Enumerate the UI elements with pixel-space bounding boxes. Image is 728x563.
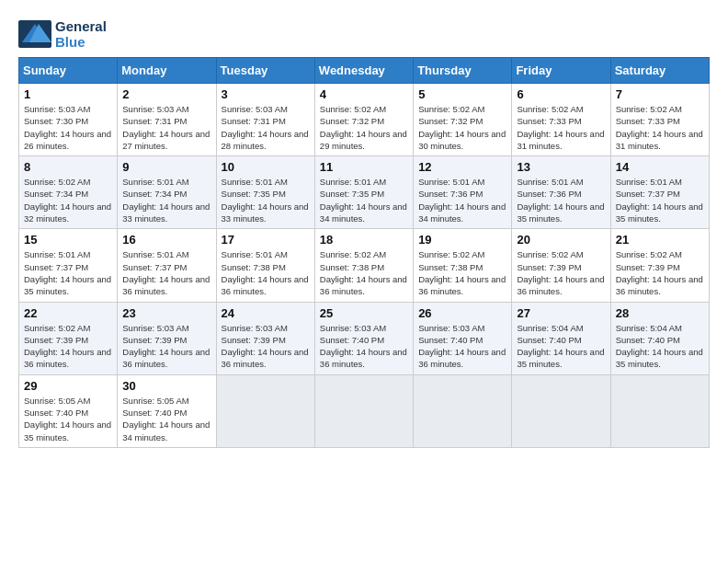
day-info: Sunrise: 5:01 AM Sunset: 7:35 PM Dayligh… <box>222 176 310 224</box>
calendar-cell: 18Sunrise: 5:02 AM Sunset: 7:38 PM Dayli… <box>314 229 413 302</box>
day-info: Sunrise: 5:05 AM Sunset: 7:40 PM Dayligh… <box>122 395 210 443</box>
day-info: Sunrise: 5:04 AM Sunset: 7:40 PM Dayligh… <box>517 322 605 371</box>
calendar-cell <box>414 374 512 447</box>
calendar-cell: 26Sunrise: 5:03 AM Sunset: 7:40 PM Dayli… <box>414 302 512 374</box>
day-info: Sunrise: 5:03 AM Sunset: 7:30 PM Dayligh… <box>24 103 112 152</box>
calendar-cell: 29Sunrise: 5:05 AM Sunset: 7:40 PM Dayli… <box>19 374 118 447</box>
calendar-cell <box>216 374 314 447</box>
calendar-cell: 6Sunrise: 5:02 AM Sunset: 7:33 PM Daylig… <box>512 84 610 156</box>
calendar-cell: 19Sunrise: 5:02 AM Sunset: 7:38 PM Dayli… <box>414 229 512 302</box>
day-number: 9 <box>122 160 210 174</box>
day-number: 22 <box>24 306 112 320</box>
weekday-header: Wednesday <box>314 58 413 84</box>
calendar-cell: 25Sunrise: 5:03 AM Sunset: 7:40 PM Dayli… <box>314 302 413 374</box>
weekday-header: Friday <box>512 58 610 84</box>
calendar-cell: 11Sunrise: 5:01 AM Sunset: 7:35 PM Dayli… <box>314 156 413 229</box>
day-number: 7 <box>616 87 704 101</box>
calendar-cell: 8Sunrise: 5:02 AM Sunset: 7:34 PM Daylig… <box>19 156 118 229</box>
logo-text: General Blue <box>55 18 107 50</box>
calendar-cell: 9Sunrise: 5:01 AM Sunset: 7:34 PM Daylig… <box>118 156 216 229</box>
day-number: 10 <box>222 160 310 174</box>
day-info: Sunrise: 5:02 AM Sunset: 7:32 PM Dayligh… <box>418 103 506 152</box>
day-number: 18 <box>320 233 408 247</box>
calendar-cell: 15Sunrise: 5:01 AM Sunset: 7:37 PM Dayli… <box>19 229 118 302</box>
day-number: 5 <box>418 87 506 101</box>
calendar-cell: 30Sunrise: 5:05 AM Sunset: 7:40 PM Dayli… <box>118 374 216 447</box>
calendar-cell: 17Sunrise: 5:01 AM Sunset: 7:38 PM Dayli… <box>216 229 314 302</box>
calendar-cell: 5Sunrise: 5:02 AM Sunset: 7:32 PM Daylig… <box>414 84 512 156</box>
day-number: 29 <box>24 379 112 393</box>
day-info: Sunrise: 5:03 AM Sunset: 7:40 PM Dayligh… <box>418 322 506 371</box>
day-info: Sunrise: 5:03 AM Sunset: 7:39 PM Dayligh… <box>222 322 310 371</box>
calendar-cell <box>512 374 610 447</box>
calendar-cell: 14Sunrise: 5:01 AM Sunset: 7:37 PM Dayli… <box>610 156 709 229</box>
calendar-cell: 2Sunrise: 5:03 AM Sunset: 7:31 PM Daylig… <box>118 84 216 156</box>
calendar-cell: 22Sunrise: 5:02 AM Sunset: 7:39 PM Dayli… <box>19 302 118 374</box>
calendar-cell: 3Sunrise: 5:03 AM Sunset: 7:31 PM Daylig… <box>216 84 314 156</box>
day-number: 21 <box>616 233 704 247</box>
day-info: Sunrise: 5:05 AM Sunset: 7:40 PM Dayligh… <box>24 395 112 443</box>
day-info: Sunrise: 5:01 AM Sunset: 7:35 PM Dayligh… <box>320 176 408 224</box>
day-info: Sunrise: 5:02 AM Sunset: 7:39 PM Dayligh… <box>24 322 112 371</box>
weekday-header: Thursday <box>414 58 512 84</box>
calendar-week-row: 1Sunrise: 5:03 AM Sunset: 7:30 PM Daylig… <box>19 84 710 156</box>
logo-icon <box>18 20 51 48</box>
day-info: Sunrise: 5:01 AM Sunset: 7:37 PM Dayligh… <box>616 176 704 224</box>
calendar-cell: 13Sunrise: 5:01 AM Sunset: 7:36 PM Dayli… <box>512 156 610 229</box>
day-number: 1 <box>24 87 112 101</box>
day-info: Sunrise: 5:04 AM Sunset: 7:40 PM Dayligh… <box>616 322 704 371</box>
day-info: Sunrise: 5:01 AM Sunset: 7:37 PM Dayligh… <box>24 248 112 297</box>
day-info: Sunrise: 5:02 AM Sunset: 7:34 PM Dayligh… <box>24 176 112 224</box>
calendar-cell: 28Sunrise: 5:04 AM Sunset: 7:40 PM Dayli… <box>610 302 709 374</box>
calendar-cell: 10Sunrise: 5:01 AM Sunset: 7:35 PM Dayli… <box>216 156 314 229</box>
day-info: Sunrise: 5:01 AM Sunset: 7:37 PM Dayligh… <box>122 248 210 297</box>
day-number: 27 <box>517 306 605 320</box>
calendar-cell: 16Sunrise: 5:01 AM Sunset: 7:37 PM Dayli… <box>118 229 216 302</box>
day-number: 24 <box>222 306 310 320</box>
day-number: 12 <box>418 160 506 174</box>
day-number: 11 <box>320 160 408 174</box>
calendar-week-row: 15Sunrise: 5:01 AM Sunset: 7:37 PM Dayli… <box>19 229 710 302</box>
day-info: Sunrise: 5:02 AM Sunset: 7:39 PM Dayligh… <box>616 248 704 297</box>
calendar-cell: 27Sunrise: 5:04 AM Sunset: 7:40 PM Dayli… <box>512 302 610 374</box>
day-info: Sunrise: 5:01 AM Sunset: 7:34 PM Dayligh… <box>122 176 210 224</box>
day-info: Sunrise: 5:01 AM Sunset: 7:36 PM Dayligh… <box>418 176 506 224</box>
calendar-cell: 20Sunrise: 5:02 AM Sunset: 7:39 PM Dayli… <box>512 229 610 302</box>
day-number: 19 <box>418 233 506 247</box>
calendar-cell: 1Sunrise: 5:03 AM Sunset: 7:30 PM Daylig… <box>19 84 118 156</box>
day-number: 28 <box>616 306 704 320</box>
day-number: 16 <box>122 233 210 247</box>
day-number: 25 <box>320 306 408 320</box>
day-number: 30 <box>122 379 210 393</box>
day-info: Sunrise: 5:02 AM Sunset: 7:38 PM Dayligh… <box>320 248 408 297</box>
weekday-header: Sunday <box>19 58 118 84</box>
day-info: Sunrise: 5:01 AM Sunset: 7:38 PM Dayligh… <box>222 248 310 297</box>
calendar-cell <box>610 374 709 447</box>
calendar-cell: 21Sunrise: 5:02 AM Sunset: 7:39 PM Dayli… <box>610 229 709 302</box>
day-number: 6 <box>517 87 605 101</box>
day-number: 17 <box>222 233 310 247</box>
calendar-week-row: 22Sunrise: 5:02 AM Sunset: 7:39 PM Dayli… <box>19 302 710 374</box>
calendar-header-row: SundayMondayTuesdayWednesdayThursdayFrid… <box>19 58 710 84</box>
day-info: Sunrise: 5:03 AM Sunset: 7:31 PM Dayligh… <box>222 103 310 152</box>
day-number: 13 <box>517 160 605 174</box>
day-info: Sunrise: 5:03 AM Sunset: 7:39 PM Dayligh… <box>122 322 210 371</box>
day-number: 20 <box>517 233 605 247</box>
calendar-cell: 12Sunrise: 5:01 AM Sunset: 7:36 PM Dayli… <box>414 156 512 229</box>
day-info: Sunrise: 5:03 AM Sunset: 7:31 PM Dayligh… <box>122 103 210 152</box>
day-number: 4 <box>320 87 408 101</box>
calendar-cell <box>314 374 413 447</box>
calendar-cell: 7Sunrise: 5:02 AM Sunset: 7:33 PM Daylig… <box>610 84 709 156</box>
weekday-header: Monday <box>118 58 216 84</box>
day-number: 15 <box>24 233 112 247</box>
calendar-table: SundayMondayTuesdayWednesdayThursdayFrid… <box>18 57 710 448</box>
weekday-header: Tuesday <box>216 58 314 84</box>
calendar-week-row: 29Sunrise: 5:05 AM Sunset: 7:40 PM Dayli… <box>19 374 710 447</box>
day-number: 8 <box>24 160 112 174</box>
day-number: 26 <box>418 306 506 320</box>
day-info: Sunrise: 5:02 AM Sunset: 7:39 PM Dayligh… <box>517 248 605 297</box>
day-info: Sunrise: 5:02 AM Sunset: 7:38 PM Dayligh… <box>418 248 506 297</box>
day-number: 3 <box>222 87 310 101</box>
day-number: 23 <box>122 306 210 320</box>
day-number: 14 <box>616 160 704 174</box>
